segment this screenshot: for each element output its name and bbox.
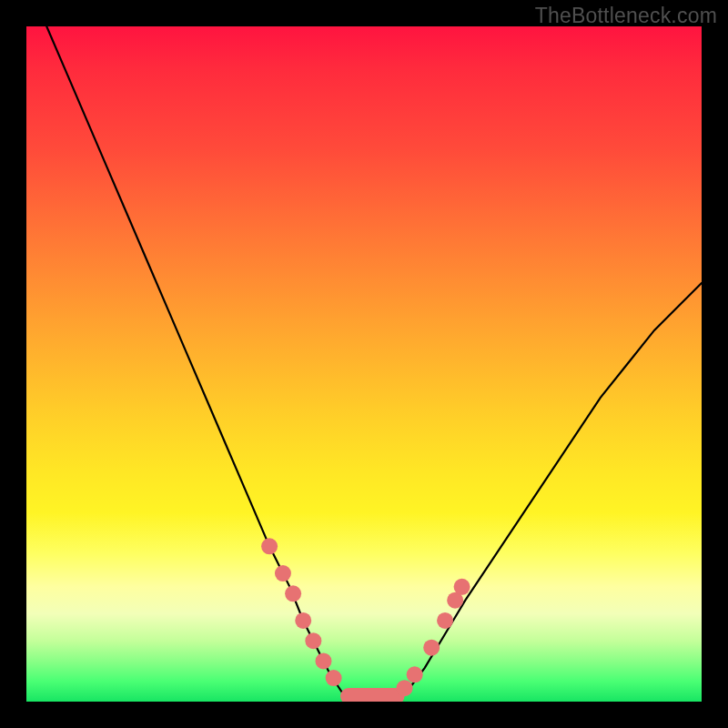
marker-dot <box>275 565 291 581</box>
marker-dot <box>454 579 470 595</box>
marker-dot <box>315 652 331 669</box>
valley-floor-marker <box>340 688 404 702</box>
marker-dot <box>407 666 423 682</box>
marker-dot <box>437 612 453 629</box>
marker-dot <box>397 680 413 696</box>
highlighted-markers <box>261 538 470 702</box>
chart-frame: TheBottleneck.com <box>0 0 728 728</box>
watermark-text: TheBottleneck.com <box>535 4 717 28</box>
marker-dot <box>261 538 278 554</box>
marker-dot <box>305 632 321 649</box>
marker-dot <box>326 670 342 686</box>
marker-dot <box>285 585 301 602</box>
marker-dot <box>423 640 440 656</box>
marker-dot <box>295 612 311 629</box>
chart-overlay <box>26 26 702 702</box>
curve-right-branch <box>405 283 702 695</box>
plot-area <box>26 26 702 702</box>
